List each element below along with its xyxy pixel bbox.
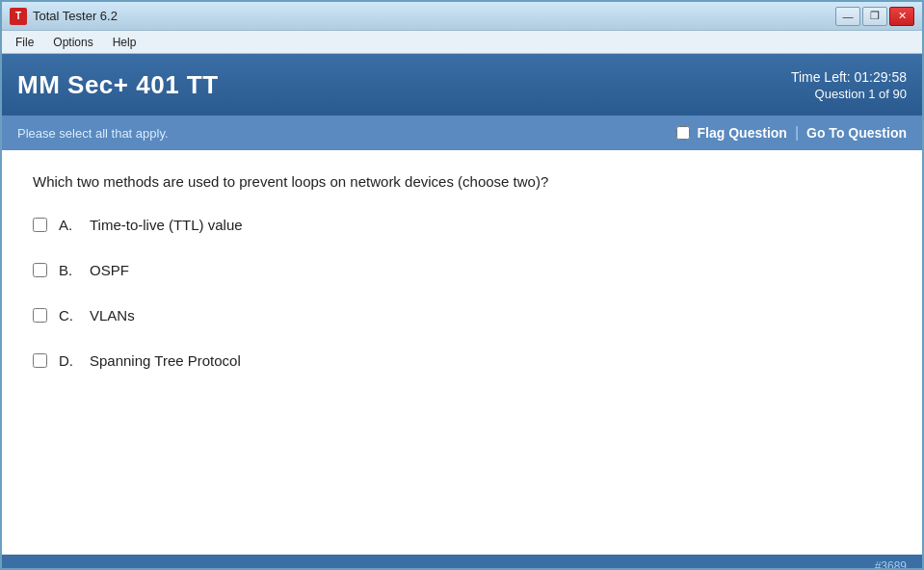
answer-option-c: C. VLANs: [33, 307, 891, 324]
timer-label: Time Left:: [791, 69, 851, 85]
menu-bar: File Options Help: [2, 31, 922, 54]
answer-text-c: VLANs: [90, 307, 135, 324]
restore-button[interactable]: ❒: [862, 7, 887, 26]
close-button[interactable]: ✕: [889, 7, 914, 26]
checkbox-a[interactable]: [33, 218, 47, 232]
flag-label[interactable]: Flag Question: [698, 125, 787, 141]
flag-section: Flag Question | Go To Question: [676, 124, 907, 142]
answer-letter-c: C.: [59, 307, 78, 324]
menu-help[interactable]: Help: [103, 34, 146, 51]
app-icon: T: [10, 8, 27, 25]
answer-option-a: A. Time-to-live (TTL) value: [33, 217, 891, 233]
goto-question-label[interactable]: Go To Question: [806, 125, 907, 141]
content-wrapper: Which two methods are used to prevent lo…: [2, 150, 922, 555]
answer-text-d: Spanning Tree Protocol: [90, 352, 241, 369]
menu-file[interactable]: File: [6, 34, 43, 51]
flag-checkbox[interactable]: [676, 126, 690, 140]
title-bar-left: T Total Tester 6.2: [10, 8, 118, 25]
answer-option-b: B. OSPF: [33, 262, 891, 278]
question-area: Which two methods are used to prevent lo…: [2, 150, 922, 555]
answer-letter-b: B.: [59, 262, 78, 278]
header-band: MM Sec+ 401 TT Time Left: 01:29:58 Quest…: [2, 54, 922, 116]
minimize-button[interactable]: —: [835, 7, 860, 26]
question-info: Question 1 of 90: [791, 87, 907, 101]
checkbox-d[interactable]: [33, 353, 47, 368]
question-text: Which two methods are used to prevent lo…: [33, 173, 891, 190]
checkbox-b[interactable]: [33, 263, 47, 277]
window-controls: — ❒ ✕: [835, 7, 914, 26]
answer-text-b: OSPF: [90, 262, 129, 278]
answer-letter-d: D.: [59, 352, 78, 369]
question-id: #3689: [875, 559, 907, 570]
answer-option-d: D. Spanning Tree Protocol: [33, 352, 891, 369]
menu-options[interactable]: Options: [43, 34, 102, 51]
exam-title: MM Sec+ 401 TT: [17, 70, 219, 100]
checkbox-c[interactable]: [33, 308, 47, 323]
timer-value: 01:29:58: [855, 69, 908, 85]
title-bar: T Total Tester 6.2 — ❒ ✕: [2, 2, 922, 31]
window-title: Total Tester 6.2: [33, 9, 118, 23]
sub-header: Please select all that apply. Flag Quest…: [2, 116, 922, 150]
select-instruction: Please select all that apply.: [17, 126, 169, 141]
answer-letter-a: A.: [59, 217, 78, 233]
question-id-bar: #3689: [2, 555, 922, 570]
flag-separator: |: [795, 124, 799, 142]
answer-text-a: Time-to-live (TTL) value: [90, 217, 243, 233]
timer-display: Time Left: 01:29:58: [791, 69, 907, 85]
timer-section: Time Left: 01:29:58 Question 1 of 90: [791, 69, 907, 101]
